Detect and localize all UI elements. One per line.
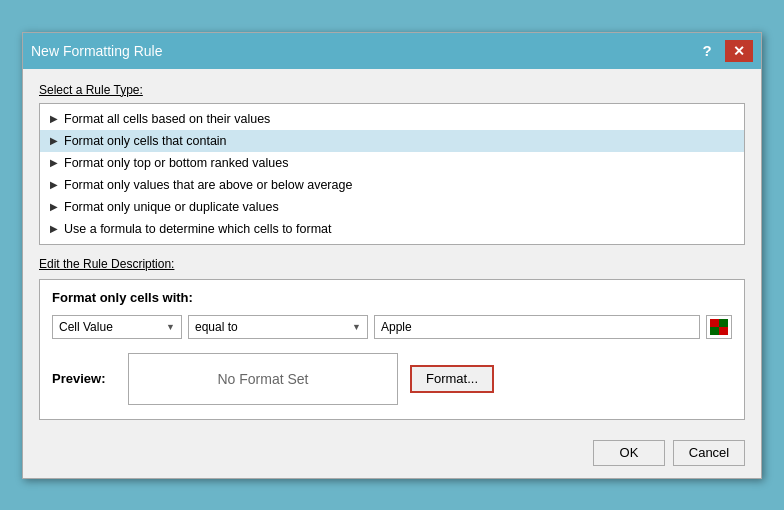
rule-arrow-icon: ▶ [50,157,58,168]
conditions-row: Cell Value ▼ equal to ▼ [52,315,732,339]
rule-arrow-icon: ▶ [50,135,58,146]
rule-item-label: Format only values that are above or bel… [64,178,352,192]
preview-label: Preview: [52,371,116,386]
preview-box: No Format Set [128,353,398,405]
dialog-title: New Formatting Rule [31,43,163,59]
title-bar-left: New Formatting Rule [31,43,163,59]
rule-item-label: Format only top or bottom ranked values [64,156,288,170]
equal-to-dropdown[interactable]: equal to ▼ [188,315,368,339]
preview-row: Preview: No Format Set Format... [52,353,732,405]
rule-item-unique-duplicate[interactable]: ▶ Format only unique or duplicate values [40,196,744,218]
rule-arrow-icon: ▶ [50,201,58,212]
dropdown1-arrow-icon: ▼ [166,322,175,332]
equal-to-dropdown-label: equal to [195,320,238,334]
title-buttons: ? ✕ [693,40,753,62]
preview-text: No Format Set [217,371,308,387]
edit-section-label: Edit the Rule Description: [39,257,745,271]
rule-item-cells-contain[interactable]: ▶ Format only cells that contain [40,130,744,152]
rule-item-all-cells[interactable]: ▶ Format all cells based on their values [40,108,744,130]
rule-item-formula[interactable]: ▶ Use a formula to determine which cells… [40,218,744,240]
svg-rect-0 [710,319,719,327]
rule-item-top-bottom[interactable]: ▶ Format only top or bottom ranked value… [40,152,744,174]
help-button[interactable]: ? [693,40,721,62]
rule-type-section-label: Select a Rule Type: [39,83,745,97]
value-input[interactable] [374,315,700,339]
rule-item-above-below[interactable]: ▶ Format only values that are above or b… [40,174,744,196]
edit-box: Format only cells with: Cell Value ▼ equ… [39,279,745,420]
title-bar: New Formatting Rule ? ✕ [23,33,761,69]
rule-type-list: ▶ Format all cells based on their values… [39,103,745,245]
cell-value-dropdown[interactable]: Cell Value ▼ [52,315,182,339]
edit-box-title: Format only cells with: [52,290,732,305]
rule-arrow-icon: ▶ [50,179,58,190]
rule-item-label: Format only cells that contain [64,134,227,148]
close-button[interactable]: ✕ [725,40,753,62]
ok-button[interactable]: OK [593,440,665,466]
cancel-button[interactable]: Cancel [673,440,745,466]
cell-reference-button[interactable] [706,315,732,339]
rule-arrow-icon: ▶ [50,223,58,234]
dialog-footer: OK Cancel [23,432,761,478]
dropdown2-arrow-icon: ▼ [352,322,361,332]
svg-rect-3 [719,327,728,335]
format-button[interactable]: Format... [410,365,494,393]
rule-item-label: Format only unique or duplicate values [64,200,279,214]
svg-rect-1 [719,319,728,327]
new-formatting-rule-dialog: New Formatting Rule ? ✕ Select a Rule Ty… [22,32,762,479]
rule-item-label: Use a formula to determine which cells t… [64,222,331,236]
rule-arrow-icon: ▶ [50,113,58,124]
svg-rect-2 [710,327,719,335]
cell-value-dropdown-label: Cell Value [59,320,113,334]
cell-ref-icon [710,319,728,335]
rule-item-label: Format all cells based on their values [64,112,270,126]
dialog-body: Select a Rule Type: ▶ Format all cells b… [23,69,761,432]
